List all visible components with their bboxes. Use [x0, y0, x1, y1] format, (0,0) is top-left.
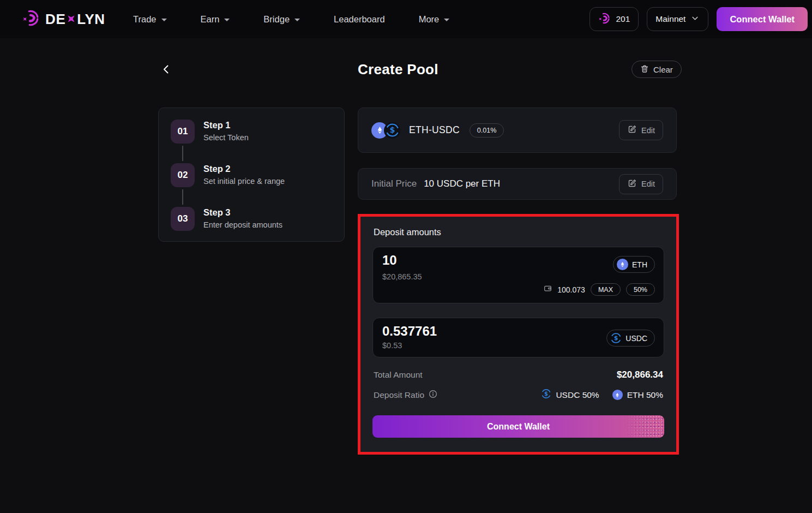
initial-price-card: Initial Price 10 USDC per ETH Edit: [358, 168, 677, 200]
caret-down-icon: [294, 19, 300, 21]
app-window: DELYN Trade Earn Bridge Leaderboard More: [0, 0, 812, 513]
connect-wallet-button[interactable]: Connect Wallet: [717, 7, 808, 31]
step-connector: [182, 189, 183, 205]
caret-down-icon: [444, 19, 449, 21]
usdc-ratio-chip: $ USDC 50%: [541, 389, 599, 401]
navbar-right: 201 Mainnet Connect Wallet: [590, 7, 808, 31]
steps-panel: 01 Step 1 Select Token 02 Step 2 Set ini…: [158, 108, 345, 242]
trash-icon: [640, 64, 649, 75]
token-a-input-card: 10 $20,865.35 ETH 100.073 MAX 50%: [372, 247, 664, 303]
step-item-1[interactable]: 01 Step 1 Select Token: [171, 120, 249, 144]
deposit-amounts-section: Deposit amounts 10 $20,865.35 ETH 100.07…: [358, 214, 679, 455]
caret-down-icon: [161, 19, 167, 21]
edit-pair-button[interactable]: Edit: [619, 120, 663, 140]
eth-token-icon: [617, 259, 628, 270]
token-b-amount-input[interactable]: 0.537761: [382, 324, 437, 339]
step-title: Step 3: [203, 207, 282, 218]
initial-price-value: 10 USDC per ETH: [424, 178, 500, 189]
nav-item-bridge[interactable]: Bridge: [263, 14, 300, 25]
edit-pencil-icon: [627, 178, 637, 190]
edit-price-button[interactable]: Edit: [619, 174, 663, 194]
half-button[interactable]: 50%: [626, 283, 655, 296]
total-amount-label: Total Amount: [374, 370, 423, 380]
step-number-badge: 01: [171, 120, 195, 144]
initial-price-label: Initial Price: [371, 178, 417, 189]
clear-button[interactable]: Clear: [631, 61, 682, 78]
brand-wordmark: DELYN: [45, 11, 105, 28]
chevron-down-icon: [690, 14, 700, 25]
step-connector: [182, 146, 183, 161]
points-value: 201: [616, 14, 630, 24]
nav-item-leaderboard[interactable]: Leaderboard: [334, 14, 385, 25]
pair-name: ETH-USDC: [409, 124, 460, 136]
eth-ratio-chip: ETH 50%: [612, 390, 663, 400]
token-b-input-card: 0.537761 $0.53 $ USDC: [372, 318, 664, 357]
edit-pencil-icon: [627, 124, 637, 136]
chevron-left-icon: [160, 63, 172, 77]
deposit-ratio-row: Deposit Ratio $ USDC 50% ETH 50%: [374, 389, 663, 401]
page-title: Create Pool: [358, 61, 438, 78]
svg-text:$: $: [389, 126, 395, 134]
nav-item-trade[interactable]: Trade: [133, 14, 167, 25]
step-title: Step 2: [203, 164, 285, 174]
usdc-token-icon: $: [610, 332, 622, 344]
usdc-token-icon: $: [541, 389, 551, 401]
network-selector[interactable]: Mainnet: [647, 7, 708, 31]
dexlyn-logo-icon: [22, 9, 40, 29]
step-number-badge: 03: [171, 207, 195, 231]
connect-wallet-submit-button[interactable]: Connect Wallet: [372, 415, 664, 438]
ratio-chips: $ USDC 50% ETH 50%: [541, 389, 663, 401]
token-a-balance: 100.073: [557, 285, 585, 294]
points-badge[interactable]: 201: [590, 7, 639, 31]
step-item-2[interactable]: 02 Step 2 Set initial price & range: [171, 163, 285, 187]
svg-text:$: $: [544, 391, 548, 397]
dexlyn-mini-logo-icon: [598, 12, 611, 27]
total-amount-row: Total Amount $20,866.34: [374, 369, 663, 380]
token-b-selector[interactable]: $ USDC: [606, 330, 655, 347]
brand-logo[interactable]: DELYN: [22, 9, 105, 29]
total-amount-value: $20,866.34: [617, 369, 663, 380]
step-subtitle: Set initial price & range: [203, 177, 285, 186]
eth-token-icon: [612, 390, 623, 400]
deposit-section-title: Deposit amounts: [374, 227, 664, 237]
step-subtitle: Enter deposit amounts: [203, 220, 282, 229]
nav-item-earn[interactable]: Earn: [201, 14, 230, 25]
network-name: Mainnet: [655, 14, 685, 24]
usdc-token-icon: $: [384, 122, 400, 139]
info-icon[interactable]: [429, 390, 437, 401]
step-number-badge: 02: [171, 163, 195, 187]
deposit-ratio-label: Deposit Ratio: [374, 390, 424, 400]
step-title: Step 1: [203, 120, 249, 130]
step-subtitle: Select Token: [203, 133, 249, 142]
back-button[interactable]: [159, 62, 174, 77]
selected-pair-card: $ ETH-USDC 0.01% Edit: [358, 108, 677, 153]
wallet-icon: [544, 284, 552, 295]
token-a-amount-input[interactable]: 10: [382, 253, 397, 268]
token-a-selector[interactable]: ETH: [613, 256, 655, 273]
token-a-balance-row: 100.073 MAX 50%: [544, 283, 655, 296]
nav-item-more[interactable]: More: [419, 14, 450, 25]
nav-links: Trade Earn Bridge Leaderboard More: [133, 0, 449, 38]
caret-down-icon: [224, 19, 230, 21]
token-b-usd-value: $0.53: [382, 341, 402, 350]
svg-text:$: $: [614, 335, 618, 342]
button-texture: [625, 415, 664, 438]
navbar: DELYN Trade Earn Bridge Leaderboard More: [0, 0, 812, 38]
step-item-3[interactable]: 03 Step 3 Enter deposit amounts: [171, 207, 282, 231]
brand-star-icon: [65, 11, 77, 28]
max-button[interactable]: MAX: [591, 283, 621, 296]
fee-tier-badge: 0.01%: [470, 123, 504, 138]
token-a-usd-value: $20,865.35: [382, 272, 422, 281]
